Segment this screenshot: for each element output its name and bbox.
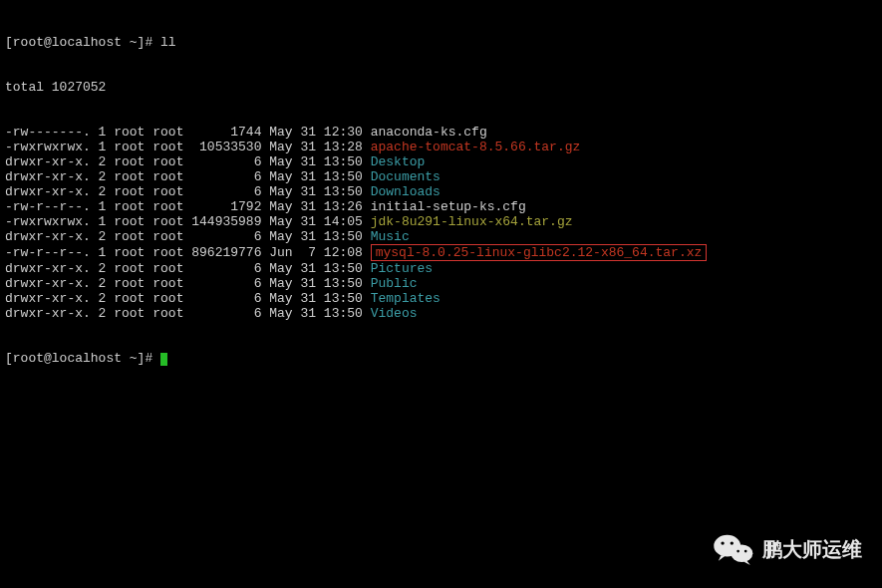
svg-point-3 [731, 544, 752, 562]
file-listing: -rw-------. 1 root root 1744 May 31 12:3… [5, 125, 877, 321]
file-name: initial-setup-ks.cfg [371, 199, 526, 214]
file-name: Pictures [371, 261, 433, 276]
file-name: Videos [371, 306, 418, 321]
file-meta: -rwxrwxrwx. 1 root root 10533530 May 31 … [5, 140, 371, 154]
file-row: -rwxrwxrwx. 1 root root 10533530 May 31 … [5, 140, 877, 154]
file-row: drwxr-xr-x. 2 root root 6 May 31 13:50 D… [5, 169, 877, 184]
prompt-line-2: [root@localhost ~]# [5, 351, 877, 366]
file-name: Desktop [371, 154, 426, 169]
file-name: Templates [371, 291, 441, 306]
file-row: -rw-r--r--. 1 root root 1792 May 31 13:2… [5, 199, 877, 214]
file-meta: drwxr-xr-x. 2 root root 6 May 31 13:50 [5, 229, 371, 244]
file-meta: -rwxrwxrwx. 1 root root 144935989 May 31… [5, 214, 371, 229]
file-meta: drwxr-xr-x. 2 root root 6 May 31 13:50 [5, 306, 371, 321]
file-row: drwxr-xr-x. 2 root root 6 May 31 13:50 M… [5, 229, 877, 244]
cursor-icon [160, 353, 167, 366]
file-row: -rw-r--r--. 1 root root 896219776 Jun 7 … [5, 244, 877, 261]
file-row: -rw-------. 1 root root 1744 May 31 12:3… [5, 125, 877, 140]
file-name: Public [371, 276, 418, 291]
file-name: apache-tomcat-8.5.66.tar.gz [371, 140, 581, 154]
file-row: drwxr-xr-x. 2 root root 6 May 31 13:50 P… [5, 276, 877, 291]
file-name: jdk-8u291-linux-x64.tar.gz [371, 214, 573, 229]
prompt-line-1: [root@localhost ~]# ll [5, 35, 877, 50]
file-name: Documents [371, 169, 441, 184]
file-row: drwxr-xr-x. 2 root root 6 May 31 13:50 D… [5, 154, 877, 169]
prompt: [root@localhost ~]# [5, 35, 160, 50]
svg-point-2 [731, 541, 734, 544]
wechat-icon [713, 532, 754, 566]
svg-point-1 [721, 541, 724, 544]
file-row: drwxr-xr-x. 2 root root 6 May 31 13:50 D… [5, 184, 877, 199]
svg-point-4 [736, 550, 739, 553]
file-meta: drwxr-xr-x. 2 root root 6 May 31 13:50 [5, 154, 371, 169]
file-row: -rwxrwxrwx. 1 root root 144935989 May 31… [5, 214, 877, 229]
file-row: drwxr-xr-x. 2 root root 6 May 31 13:50 T… [5, 291, 877, 306]
file-name: Music [371, 229, 410, 244]
total-line: total 1027052 [5, 80, 877, 95]
file-name: Downloads [371, 184, 441, 199]
file-name: anaconda-ks.cfg [371, 125, 487, 140]
file-meta: -rw-------. 1 root root 1744 May 31 12:3… [5, 125, 371, 140]
svg-point-5 [744, 550, 747, 553]
file-row: drwxr-xr-x. 2 root root 6 May 31 13:50 P… [5, 261, 877, 276]
prompt: [root@localhost ~]# [5, 351, 160, 366]
file-meta: drwxr-xr-x. 2 root root 6 May 31 13:50 [5, 184, 371, 199]
watermark: 鹏大师运维 [713, 532, 862, 566]
file-meta: drwxr-xr-x. 2 root root 6 May 31 13:50 [5, 291, 371, 306]
command: ll [160, 35, 176, 50]
file-meta: -rw-r--r--. 1 root root 896219776 Jun 7 … [5, 245, 371, 260]
watermark-text: 鹏大师运维 [762, 542, 862, 557]
file-meta: -rw-r--r--. 1 root root 1792 May 31 13:2… [5, 199, 371, 214]
terminal-output[interactable]: [root@localhost ~]# ll total 1027052 -rw… [0, 0, 882, 386]
file-meta: drwxr-xr-x. 2 root root 6 May 31 13:50 [5, 261, 371, 276]
file-name: mysql-8.0.25-linux-glibc2.12-x86_64.tar.… [371, 244, 708, 261]
file-meta: drwxr-xr-x. 2 root root 6 May 31 13:50 [5, 276, 371, 291]
file-row: drwxr-xr-x. 2 root root 6 May 31 13:50 V… [5, 306, 877, 321]
file-meta: drwxr-xr-x. 2 root root 6 May 31 13:50 [5, 169, 371, 184]
